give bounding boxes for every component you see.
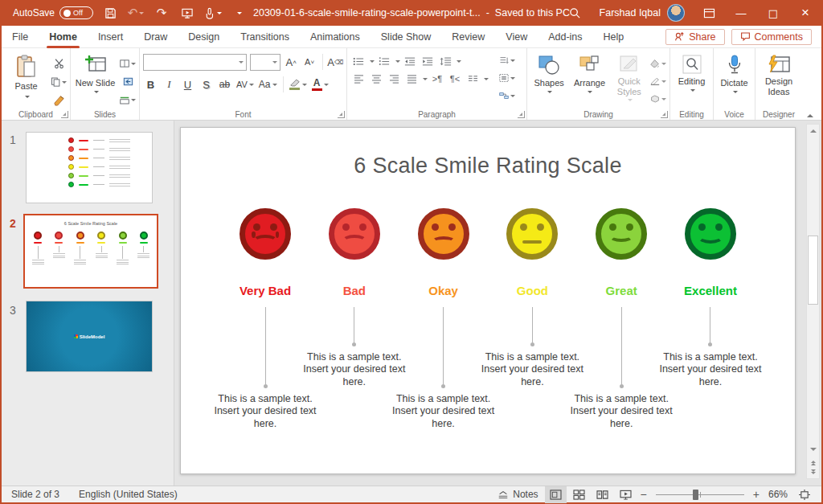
- maximize-button[interactable]: □: [757, 0, 789, 26]
- paste-button[interactable]: Paste: [5, 51, 47, 107]
- tab-draw[interactable]: Draw: [133, 26, 178, 48]
- reading-view-button[interactable]: [592, 486, 613, 503]
- tab-file[interactable]: File: [2, 26, 39, 48]
- zoom-slider-thumb[interactable]: [693, 490, 698, 500]
- slide-title[interactable]: 6 Scale Smile Rating Scale: [181, 154, 795, 178]
- convert-smartart-button[interactable]: [499, 88, 515, 103]
- autosave-toggle[interactable]: AutoSave Off: [13, 6, 93, 19]
- grow-font-button[interactable]: A˄: [284, 54, 299, 70]
- shape-effects-button[interactable]: [650, 92, 666, 106]
- font-color-button[interactable]: A: [311, 76, 330, 92]
- paragraph-dialog-launcher[interactable]: [518, 111, 525, 118]
- undo-button[interactable]: ↶: [127, 4, 145, 22]
- smiley-face-sad[interactable]: [329, 208, 380, 260]
- tab-review[interactable]: Review: [441, 26, 495, 48]
- customize-qat-button[interactable]: [230, 4, 248, 22]
- sample-text[interactable]: This is a sample text. Insert your desir…: [659, 351, 762, 388]
- align-text-button[interactable]: [499, 71, 515, 85]
- reset-slide-button[interactable]: [120, 75, 136, 89]
- strikethrough-button[interactable]: ab: [217, 76, 232, 92]
- tab-transitions[interactable]: Transitions: [230, 26, 300, 48]
- share-button[interactable]: Share: [665, 29, 724, 45]
- design-ideas-button[interactable]: Design Ideas: [759, 51, 799, 107]
- tab-home[interactable]: Home: [39, 26, 88, 48]
- slide-sorter-view-button[interactable]: [568, 486, 590, 503]
- smiley-face-neutral[interactable]: [506, 208, 558, 260]
- tab-help[interactable]: Help: [593, 26, 635, 48]
- slide-editor[interactable]: 6 Scale Smile Rating Scale Very Bad This…: [180, 127, 796, 474]
- increase-indent-button[interactable]: [420, 54, 436, 68]
- tab-slide-show[interactable]: Slide Show: [371, 26, 442, 48]
- slide-thumbnail-1[interactable]: 6 Scale Smile Rating Scale: [26, 132, 153, 203]
- save-button[interactable]: [101, 4, 119, 22]
- account-button[interactable]: Farshad Iqbal: [592, 4, 693, 22]
- ltr-text-direction-button[interactable]: >¶: [429, 72, 445, 86]
- scrollbar-thumb[interactable]: [808, 236, 818, 305]
- comments-button[interactable]: Comments: [731, 29, 812, 45]
- bold-button[interactable]: B: [143, 76, 158, 92]
- language-indicator[interactable]: English (United States): [69, 489, 187, 500]
- new-slide-button[interactable]: New Slide: [74, 51, 117, 107]
- clipboard-dialog-launcher[interactable]: [61, 111, 68, 118]
- smiley-face-smile[interactable]: [596, 208, 647, 260]
- smiley-face-unhappy[interactable]: [418, 208, 469, 260]
- shrink-font-button[interactable]: A˅: [302, 54, 317, 70]
- change-case-button[interactable]: Aa: [258, 76, 278, 92]
- font-size-combo[interactable]: [250, 54, 280, 71]
- normal-view-button[interactable]: [545, 486, 567, 503]
- rating-item-excellent[interactable]: Excellent This is a sample text. Insert …: [666, 208, 755, 430]
- editing-button[interactable]: Editing: [674, 51, 710, 107]
- scroll-down-button[interactable]: [807, 444, 819, 456]
- sample-text[interactable]: This is a sample text. Insert your desir…: [214, 393, 317, 430]
- rating-item-very-bad[interactable]: Very Bad This is a sample text. Insert y…: [221, 208, 309, 430]
- rtl-text-direction-button[interactable]: ¶<: [447, 72, 463, 86]
- rating-label[interactable]: Great: [606, 284, 637, 297]
- redo-button[interactable]: ↷: [153, 4, 170, 22]
- tab-insert[interactable]: Insert: [88, 26, 133, 48]
- smiley-face-big-smile[interactable]: [685, 208, 736, 260]
- sample-text[interactable]: This is a sample text. Insert your desir…: [303, 351, 406, 388]
- fit-slide-button[interactable]: [794, 486, 815, 503]
- dictate-button[interactable]: Dictate: [717, 51, 751, 107]
- rating-label[interactable]: Excellent: [684, 284, 737, 297]
- text-highlight-button[interactable]: [289, 76, 308, 92]
- columns-button[interactable]: [465, 72, 481, 86]
- tab-view[interactable]: View: [495, 26, 538, 48]
- copy-button[interactable]: [51, 75, 67, 89]
- tab-design[interactable]: Design: [178, 26, 230, 48]
- arrange-button[interactable]: Arrange: [571, 51, 608, 107]
- sample-text[interactable]: This is a sample text. Insert your desir…: [570, 393, 673, 430]
- bullets-button[interactable]: [350, 54, 366, 68]
- zoom-out-button[interactable]: −: [638, 488, 649, 501]
- drawing-dialog-launcher[interactable]: [661, 111, 668, 118]
- zoom-slider[interactable]: [656, 494, 744, 495]
- sample-text[interactable]: This is a sample text. Insert your desir…: [392, 393, 495, 430]
- text-direction-button[interactable]: [499, 53, 515, 68]
- touch-mouse-mode-button[interactable]: [204, 4, 222, 22]
- align-left-button[interactable]: [350, 72, 366, 86]
- rating-label[interactable]: Good: [517, 284, 548, 297]
- tab-animations[interactable]: Animations: [300, 26, 371, 48]
- align-right-button[interactable]: [386, 72, 402, 86]
- close-button[interactable]: ×: [789, 0, 821, 26]
- scroll-up-button[interactable]: [807, 125, 819, 137]
- rating-item-okay[interactable]: Okay This is a sample text. Insert your …: [399, 208, 488, 430]
- line-spacing-button[interactable]: [437, 54, 453, 68]
- rating-label[interactable]: Okay: [428, 284, 458, 297]
- notes-button[interactable]: Notes: [493, 486, 543, 503]
- decrease-indent-button[interactable]: [402, 54, 418, 68]
- justify-button[interactable]: [403, 72, 420, 86]
- search-button[interactable]: [559, 0, 592, 26]
- zoom-in-button[interactable]: +: [751, 488, 762, 501]
- rating-label[interactable]: Bad: [343, 284, 366, 297]
- shape-fill-button[interactable]: [650, 56, 666, 71]
- font-name-combo[interactable]: [143, 54, 247, 71]
- clear-formatting-button[interactable]: A⌫: [328, 54, 344, 70]
- italic-button[interactable]: I: [162, 76, 177, 92]
- rating-item-great[interactable]: Great This is a sample text. Insert your…: [577, 208, 665, 430]
- font-dialog-launcher[interactable]: [338, 111, 345, 118]
- vertical-scrollbar[interactable]: [806, 124, 820, 479]
- cut-button[interactable]: [51, 56, 67, 71]
- smiley-face-crying[interactable]: [240, 208, 291, 260]
- slideshow-view-button[interactable]: [615, 486, 637, 503]
